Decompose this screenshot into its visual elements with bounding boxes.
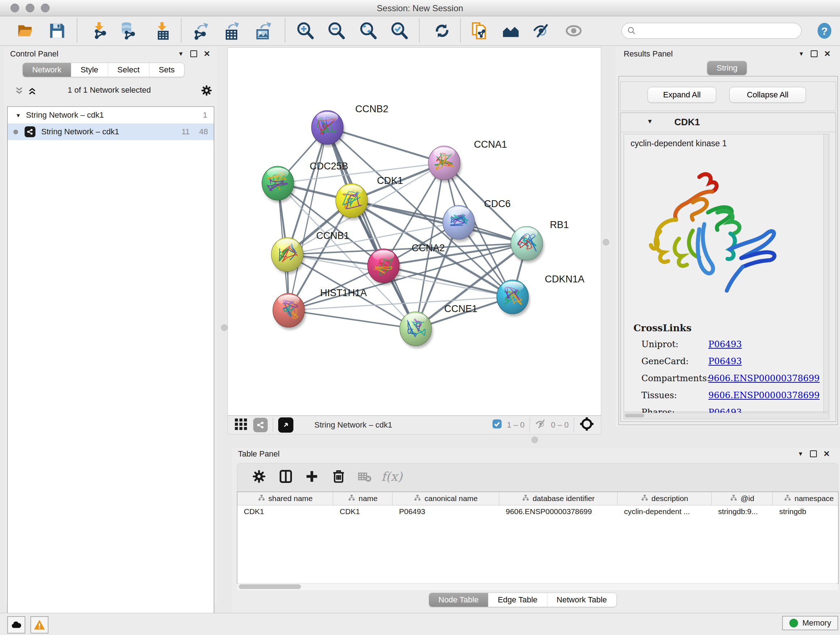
results-hscroll-thumb[interactable]: [625, 414, 644, 417]
results-panel-float-icon[interactable]: [811, 50, 818, 57]
table-hscroll-thumb[interactable]: [239, 584, 301, 589]
table-row[interactable]: CDK1CDK1P064939606.ENSP00000378699cyclin…: [237, 505, 838, 518]
zoom-selected-icon[interactable]: [390, 21, 409, 40]
collapse-all-button[interactable]: Collapse All: [729, 87, 806, 103]
network-options-gear-icon[interactable]: [201, 84, 213, 98]
tab-network-table[interactable]: Network Table: [547, 593, 616, 607]
column-header-description[interactable]: description: [617, 492, 712, 505]
control-panel-collapse-icon[interactable]: ▼: [178, 51, 184, 57]
results-panel-collapse-icon[interactable]: ▼: [798, 51, 804, 57]
tab-node-table[interactable]: Node Table: [429, 593, 488, 607]
table-cell[interactable]: P06493: [393, 505, 499, 518]
column-header-namespace[interactable]: namespace: [773, 492, 838, 505]
zoom-out-icon[interactable]: [327, 21, 346, 40]
network-edge-CCNB2-HIST1H1A[interactable]: [289, 127, 327, 310]
bottom-splitter-handle[interactable]: [531, 437, 538, 443]
refresh-icon[interactable]: [433, 21, 452, 40]
export-table-icon[interactable]: [223, 21, 241, 40]
network-edge-CCNB2-CCNE1[interactable]: [327, 127, 416, 329]
hidden-eye-icon[interactable]: [535, 418, 547, 432]
expand-all-button[interactable]: Expand All: [647, 87, 716, 103]
tab-style[interactable]: Style: [71, 63, 108, 77]
import-network-database-icon[interactable]: [118, 21, 137, 40]
delete-table-icon[interactable]: [357, 469, 374, 486]
zoom-in-icon[interactable]: [296, 21, 315, 40]
table-cell[interactable]: CDK1: [333, 505, 393, 518]
warnings-button[interactable]: [30, 616, 49, 633]
results-vertical-scrollbar[interactable]: [823, 134, 829, 412]
left-splitter-handle[interactable]: [221, 325, 227, 331]
table-horizontal-scrollbar[interactable]: [237, 583, 837, 590]
selected-checkbox-icon[interactable]: [492, 418, 502, 432]
open-session-icon[interactable]: [16, 21, 35, 40]
network-node-CDKN1A[interactable]: CDKN1A: [497, 274, 584, 317]
table-cell[interactable]: CDK1: [237, 505, 333, 518]
network-share-view-icon[interactable]: [253, 418, 268, 432]
crosslink-link[interactable]: P06493: [708, 339, 742, 349]
crosslink-link[interactable]: P06493: [708, 356, 742, 366]
tab-string[interactable]: String: [707, 61, 747, 75]
network-row[interactable]: String Network – cdk1 11 48: [8, 124, 214, 140]
birds-eye-view-icon[interactable]: [278, 417, 294, 432]
column-header-database-identifier[interactable]: database identifier: [499, 492, 617, 505]
new-network-from-selection-icon[interactable]: [470, 21, 489, 40]
tab-sets[interactable]: Sets: [149, 63, 184, 77]
gene-description: cyclin-dependent kinase 1: [630, 139, 727, 149]
collection-expander-icon[interactable]: ▼: [16, 112, 21, 119]
cloud-status-button[interactable]: [7, 616, 25, 633]
results-panel-close-icon[interactable]: ✕: [824, 51, 831, 57]
column-header--id[interactable]: @id: [712, 492, 773, 505]
table-settings-gear-icon[interactable]: [251, 469, 268, 486]
network-node-CCNB2[interactable]: CCNB2: [311, 103, 388, 147]
tab-select[interactable]: Select: [108, 63, 149, 77]
search-input[interactable]: [622, 23, 802, 39]
grid-view-icon[interactable]: [234, 417, 248, 433]
import-table-icon[interactable]: [153, 21, 172, 40]
network-canvas[interactable]: CCNB2CCNA1CDC25BCDK1CDC6RB1CCNB1CCNA2CDK…: [227, 48, 601, 416]
gene-section-expander-icon[interactable]: ▼: [647, 118, 653, 125]
network-edge-HIST1H1A-CCNE1[interactable]: [289, 310, 416, 329]
tab-network[interactable]: Network: [23, 63, 71, 77]
right-splitter-handle[interactable]: [603, 239, 609, 245]
table-panel-collapse-icon[interactable]: ▼: [798, 451, 804, 457]
fit-selected-crosshair-icon[interactable]: [579, 416, 594, 434]
string-home-icon[interactable]: [501, 21, 520, 40]
column-header-canonical-name[interactable]: canonical name: [393, 492, 499, 505]
control-panel-float-icon[interactable]: [190, 50, 197, 57]
create-column-plus-icon[interactable]: [304, 469, 321, 486]
memory-button[interactable]: Memory: [782, 616, 838, 630]
table-panel-close-icon[interactable]: ✕: [823, 451, 830, 456]
column-header-name[interactable]: name: [333, 492, 393, 505]
export-network-icon[interactable]: [192, 21, 210, 40]
column-header-shared-name[interactable]: shared name: [237, 492, 333, 505]
network-node-count: 11: [182, 127, 190, 136]
network-node-RB1[interactable]: RB1: [511, 219, 569, 263]
show-columns-icon[interactable]: [278, 469, 295, 486]
crosslink-link[interactable]: 9606.ENSP00000378699: [708, 390, 820, 401]
table-cell[interactable]: stringdb:9...: [712, 505, 773, 518]
delete-column-trash-icon[interactable]: [331, 469, 348, 486]
save-session-icon[interactable]: [48, 21, 66, 40]
table-cell[interactable]: cyclin-dependent ...: [617, 505, 712, 518]
table-cell[interactable]: stringdb: [773, 505, 838, 518]
network-collection-row[interactable]: ▼ String Network – cdk1 1: [8, 107, 214, 124]
table-cell[interactable]: 9606.ENSP00000378699: [499, 505, 617, 518]
function-builder-icon[interactable]: f(x): [381, 469, 402, 484]
collapse-all-networks-icon[interactable]: [14, 86, 25, 98]
zoom-fit-icon[interactable]: [359, 21, 378, 40]
control-panel-close-icon[interactable]: ✕: [204, 51, 210, 57]
network-node-CCNA1[interactable]: CCNA1: [428, 139, 507, 182]
table-panel-float-icon[interactable]: [810, 450, 817, 457]
hide-selected-icon[interactable]: [532, 21, 551, 40]
crosslink-row: Tissues:9606.ENSP00000378699: [641, 390, 822, 401]
expand-all-networks-icon[interactable]: [27, 86, 38, 98]
show-all-icon[interactable]: [565, 21, 584, 40]
tab-edge-table[interactable]: Edge Table: [488, 593, 547, 607]
network-edge-CCNB2-CCNA1[interactable]: [327, 127, 444, 163]
export-image-icon[interactable]: [254, 21, 273, 40]
import-network-icon[interactable]: [90, 21, 109, 40]
memory-label: Memory: [802, 618, 831, 628]
results-horizontal-scrollbar[interactable]: [624, 413, 829, 419]
help-icon[interactable]: ?: [816, 22, 833, 41]
crosslink-link[interactable]: 9606.ENSP00000378699: [708, 373, 820, 383]
